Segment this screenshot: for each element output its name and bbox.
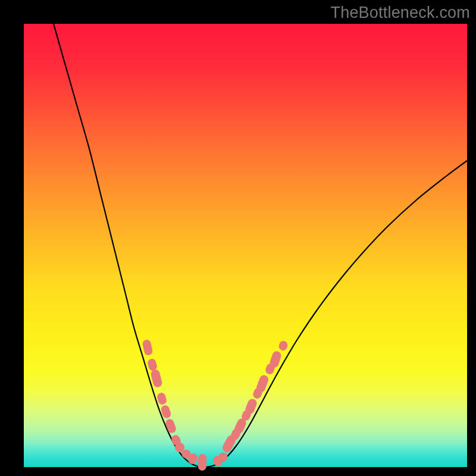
- pink-mark: [147, 358, 158, 372]
- plot-area: [24, 24, 467, 467]
- pink-mark: [150, 369, 163, 389]
- pink-mark: [156, 392, 168, 405]
- pink-mark: [142, 339, 153, 356]
- bottleneck-curve: [54, 24, 467, 467]
- pink-highlight-marks: [142, 339, 289, 471]
- watermark-text: TheBottleneck.com: [330, 4, 470, 22]
- pink-mark: [198, 454, 207, 471]
- outer-frame: TheBottleneck.com: [0, 0, 476, 476]
- chart-svg: [24, 24, 467, 467]
- pink-mark: [278, 340, 289, 351]
- pink-mark: [164, 418, 177, 434]
